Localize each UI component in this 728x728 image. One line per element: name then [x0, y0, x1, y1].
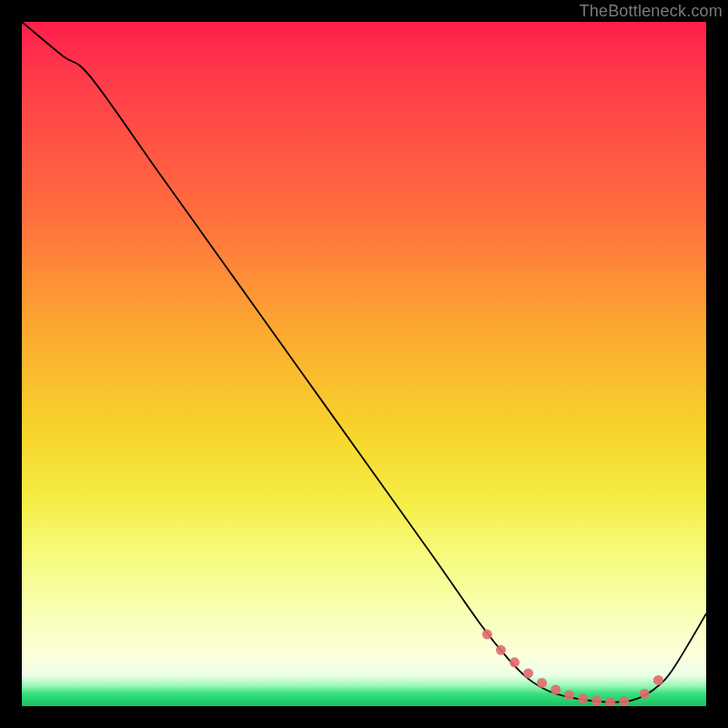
highlight-dot	[496, 645, 506, 655]
plot-area	[22, 22, 706, 706]
highlight-dot	[653, 675, 663, 685]
highlight-dot	[551, 684, 561, 694]
highlight-dot	[537, 678, 547, 688]
bottleneck-curve	[22, 22, 706, 703]
watermark-text: TheBottleneck.com	[580, 2, 723, 21]
highlight-dots	[482, 630, 663, 706]
highlight-dot	[640, 689, 650, 699]
highlight-dot	[605, 697, 615, 706]
highlight-dot	[482, 630, 492, 640]
highlight-dot	[510, 657, 520, 667]
highlight-dot	[619, 696, 629, 706]
highlight-dot	[523, 668, 533, 678]
chart-svg	[22, 22, 706, 706]
highlight-dot	[564, 690, 574, 700]
highlight-dot	[592, 695, 602, 705]
chart-frame: TheBottleneck.com	[0, 0, 728, 728]
highlight-dot	[578, 693, 588, 703]
